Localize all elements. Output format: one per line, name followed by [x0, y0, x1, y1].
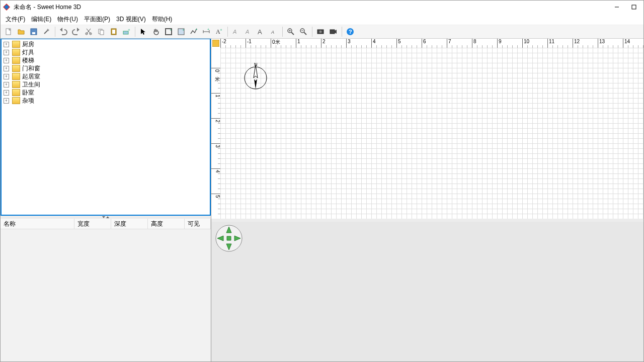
toolbar: + + + + + A+ A A A A ? [1, 25, 643, 39]
open-file-icon[interactable] [15, 26, 27, 38]
zoom-in-icon[interactable] [285, 26, 297, 38]
expander-icon[interactable]: + [4, 98, 9, 104]
menu-plan[interactable]: 平面图(P) [81, 14, 113, 25]
ruler-tick: 9 [497, 39, 502, 48]
ruler-tick: 2 [321, 39, 326, 48]
pan-tool-icon[interactable] [150, 26, 162, 38]
ruler-tick: 3 [211, 143, 220, 148]
preferences-icon[interactable] [40, 26, 52, 38]
create-rooms-icon[interactable]: + [175, 26, 187, 38]
tree-item[interactable]: +厨房 [2, 40, 210, 48]
text-italic-icon[interactable]: A [243, 26, 255, 38]
help-icon[interactable]: ? [344, 26, 356, 38]
compass-icon[interactable]: N [242, 62, 270, 90]
furniture-list-header: 名称 宽度 深度 高度 可见 [1, 219, 211, 229]
svg-text:A: A [271, 30, 274, 35]
col-height[interactable]: 高度 [148, 219, 185, 229]
svg-rect-13 [100, 30, 104, 35]
cut-icon[interactable] [83, 26, 95, 38]
svg-rect-3 [632, 5, 636, 9]
menubar: 文件(F) 编辑(E) 物件(U) 平面图(P) 3D 视图(V) 帮助(H) [1, 14, 643, 25]
toolbar-separator [312, 27, 312, 37]
toolbar-separator [227, 27, 228, 37]
tree-item[interactable]: +杂项 [2, 97, 210, 105]
redo-icon[interactable] [70, 26, 82, 38]
select-tool-icon[interactable] [137, 26, 149, 38]
folder-icon [12, 65, 20, 72]
ruler-tick: 7 [447, 39, 451, 48]
tree-item[interactable]: +卫生间 [2, 80, 210, 88]
expander-icon[interactable]: + [4, 42, 9, 47]
tree-item[interactable]: +卧室 [2, 88, 210, 97]
tree-item[interactable]: +楼梯 [2, 56, 210, 64]
tree-item-label: 起居室 [22, 72, 40, 81]
menu-edit[interactable]: 编辑(E) [28, 14, 54, 25]
expander-icon[interactable]: + [4, 50, 9, 55]
ruler-tick: 12 [573, 39, 580, 48]
menu-file[interactable]: 文件(F) [3, 14, 28, 25]
create-dimension-icon[interactable]: + [200, 26, 212, 38]
create-walls-icon[interactable]: + [163, 26, 175, 38]
nav-rosette-icon[interactable] [215, 225, 243, 252]
text-increase-icon[interactable]: A [255, 26, 267, 38]
expander-icon[interactable]: + [4, 66, 9, 71]
add-furniture-icon[interactable]: + [120, 26, 132, 38]
furniture-list-body[interactable] [1, 229, 211, 361]
create-polyline-icon[interactable]: + [188, 26, 200, 38]
ruler-tick: 6 [422, 39, 426, 48]
menu-object[interactable]: 物件(U) [54, 14, 81, 25]
ruler-tick: 8 [472, 39, 476, 48]
horizontal-ruler[interactable]: -2-10米1234567891011121314 [220, 39, 643, 48]
menu-3dview[interactable]: 3D 视图(V) [113, 14, 149, 25]
save-file-icon[interactable] [28, 26, 40, 38]
svg-marker-18 [141, 29, 145, 35]
expander-icon[interactable]: + [4, 82, 9, 87]
tree-item-label: 门和窗 [22, 64, 40, 73]
tree-item-label: 灯具 [22, 48, 34, 57]
expander-icon[interactable]: + [4, 74, 9, 79]
tree-item[interactable]: +起居室 [2, 72, 210, 80]
create-photo-icon[interactable] [314, 26, 327, 38]
text-decrease-icon[interactable]: A [268, 26, 280, 38]
tree-item-label: 卧室 [22, 88, 34, 97]
view-3d-pane[interactable] [211, 222, 643, 361]
svg-line-35 [291, 32, 294, 35]
ruler-tick: 11 [547, 39, 554, 48]
menu-help[interactable]: 帮助(H) [149, 14, 176, 25]
ruler-origin-icon [212, 40, 219, 47]
ruler-tick: 2 [211, 118, 220, 123]
tree-item[interactable]: +门和窗 [2, 64, 210, 72]
svg-rect-7 [32, 32, 35, 34]
expander-icon[interactable]: + [4, 90, 9, 96]
svg-marker-48 [106, 216, 109, 218]
minimize-button[interactable] [609, 2, 624, 12]
svg-line-39 [304, 32, 306, 35]
col-name[interactable]: 名称 [1, 219, 74, 229]
tree-item-label: 楼梯 [22, 56, 34, 65]
create-video-icon[interactable] [327, 26, 339, 38]
col-depth[interactable]: 深度 [111, 219, 148, 229]
ruler-tick: 4 [371, 39, 376, 48]
zoom-out-icon[interactable] [297, 26, 309, 38]
vertical-ruler[interactable]: 0米12345 [211, 48, 221, 219]
svg-marker-52 [254, 79, 257, 89]
undo-icon[interactable] [57, 26, 69, 38]
furniture-catalog-tree[interactable]: +厨房+灯具+楼梯+门和窗+起居室+卫生间+卧室+杂项 [1, 39, 211, 216]
copy-icon[interactable] [95, 26, 107, 38]
folder-icon [12, 73, 20, 80]
svg-text:+: + [195, 28, 198, 32]
plan-canvas[interactable]: N [220, 48, 643, 219]
maximize-button[interactable] [626, 2, 641, 12]
create-text-icon[interactable]: A+ [213, 26, 225, 38]
new-file-icon[interactable] [3, 26, 15, 38]
plan-2d-pane[interactable]: -2-10米1234567891011121314 0米12345 N [211, 39, 643, 219]
col-visible[interactable]: 可见 [185, 219, 211, 229]
text-bold-icon[interactable]: A [230, 26, 242, 38]
tree-item[interactable]: +灯具 [2, 48, 210, 56]
col-width[interactable]: 宽度 [74, 219, 111, 229]
paste-icon[interactable] [108, 26, 120, 38]
svg-marker-47 [102, 216, 105, 218]
ruler-tick: 3 [346, 39, 351, 48]
svg-point-42 [319, 31, 322, 33]
expander-icon[interactable]: + [4, 58, 9, 63]
